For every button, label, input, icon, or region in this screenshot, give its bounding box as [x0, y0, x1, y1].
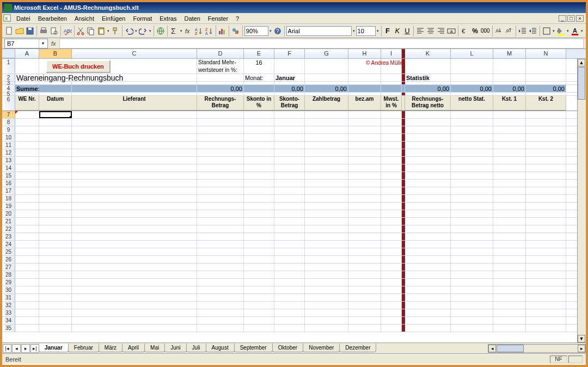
- cell[interactable]: [526, 149, 566, 156]
- cell[interactable]: [274, 271, 305, 278]
- cell[interactable]: [72, 119, 197, 126]
- cell[interactable]: [39, 203, 72, 210]
- cell[interactable]: [493, 111, 526, 118]
- cell[interactable]: [381, 325, 402, 332]
- cell[interactable]: [197, 119, 244, 126]
- cell[interactable]: [305, 195, 348, 202]
- col-header[interactable]: D: [197, 49, 244, 58]
- cell[interactable]: Statistik: [405, 74, 451, 81]
- cell[interactable]: [39, 142, 72, 149]
- cell[interactable]: [197, 195, 244, 202]
- cell[interactable]: [405, 172, 451, 179]
- cell[interactable]: [451, 187, 493, 194]
- cell[interactable]: [274, 309, 305, 316]
- cell[interactable]: [274, 241, 305, 248]
- undo-dropdown[interactable]: ▾: [134, 25, 138, 37]
- cell[interactable]: [451, 256, 493, 263]
- cell[interactable]: [244, 241, 274, 248]
- cell[interactable]: [348, 210, 381, 217]
- cell[interactable]: [244, 119, 274, 126]
- merge-center-icon[interactable]: a: [446, 25, 456, 37]
- cell[interactable]: [451, 93, 493, 95]
- cell[interactable]: [526, 256, 566, 263]
- cell[interactable]: [72, 264, 197, 271]
- cell[interactable]: [305, 225, 348, 233]
- cell[interactable]: [274, 248, 305, 255]
- cell[interactable]: [72, 233, 197, 240]
- cell[interactable]: [39, 180, 72, 187]
- cell[interactable]: [493, 218, 526, 225]
- undo-icon[interactable]: [124, 25, 134, 37]
- cell[interactable]: [274, 187, 305, 194]
- autosum-dropdown[interactable]: ▾: [180, 25, 183, 37]
- cell[interactable]: [15, 172, 39, 179]
- row-header[interactable]: 3: [2, 82, 15, 84]
- cell[interactable]: [197, 142, 244, 149]
- cell[interactable]: [197, 225, 244, 233]
- row-header[interactable]: 27: [2, 264, 15, 271]
- cell[interactable]: [15, 126, 39, 133]
- cell[interactable]: [305, 149, 348, 156]
- cell[interactable]: [405, 149, 451, 156]
- cell[interactable]: 16: [244, 59, 274, 74]
- row-header[interactable]: 13: [2, 157, 15, 164]
- cell[interactable]: [15, 195, 39, 202]
- cell[interactable]: [526, 317, 566, 324]
- cell[interactable]: [526, 294, 566, 301]
- cell[interactable]: [493, 134, 526, 141]
- align-right-icon[interactable]: [436, 25, 446, 37]
- cell[interactable]: [451, 149, 493, 156]
- cell[interactable]: [39, 119, 72, 126]
- row-header[interactable]: 32: [2, 302, 15, 309]
- cell[interactable]: [381, 164, 402, 172]
- cell[interactable]: [526, 218, 566, 225]
- cell[interactable]: [39, 241, 72, 248]
- sort-desc-icon[interactable]: ZA: [204, 25, 214, 37]
- cell[interactable]: [15, 149, 39, 156]
- row-header[interactable]: 21: [2, 218, 15, 225]
- name-box-input[interactable]: [5, 39, 39, 48]
- col-header[interactable]: M: [493, 49, 526, 58]
- cell[interactable]: [244, 218, 274, 225]
- cell[interactable]: [244, 93, 274, 95]
- cell[interactable]: [348, 157, 381, 164]
- cell[interactable]: [305, 248, 348, 255]
- cell[interactable]: [381, 271, 402, 278]
- row-header[interactable]: 12: [2, 149, 15, 156]
- cell[interactable]: [348, 74, 381, 81]
- cell[interactable]: [39, 294, 72, 301]
- cell[interactable]: [526, 248, 566, 255]
- cell[interactable]: [526, 187, 566, 194]
- cell[interactable]: [72, 74, 197, 81]
- cell[interactable]: [451, 210, 493, 217]
- cell[interactable]: [274, 82, 305, 84]
- cell[interactable]: [72, 286, 197, 293]
- name-box-dropdown[interactable]: ▾: [39, 39, 46, 48]
- menu-extras[interactable]: Extras: [156, 14, 180, 23]
- cell[interactable]: [15, 203, 39, 210]
- cell[interactable]: [15, 93, 39, 95]
- cell[interactable]: [493, 302, 526, 309]
- cell[interactable]: [526, 241, 566, 248]
- cell[interactable]: [72, 317, 197, 324]
- cell[interactable]: [451, 325, 493, 332]
- tab-first-icon[interactable]: |◂: [3, 344, 11, 353]
- cell[interactable]: [305, 309, 348, 316]
- cell[interactable]: [274, 286, 305, 293]
- menu-help[interactable]: ?: [232, 14, 242, 23]
- sheet-tab[interactable]: August: [206, 344, 235, 352]
- cell[interactable]: [72, 82, 197, 84]
- col-header[interactable]: L: [451, 49, 493, 58]
- cell[interactable]: [39, 187, 72, 194]
- cell[interactable]: [72, 180, 197, 187]
- cell[interactable]: [493, 82, 526, 84]
- currency-icon[interactable]: €: [460, 25, 470, 37]
- cell[interactable]: [15, 294, 39, 301]
- cell[interactable]: [405, 195, 451, 202]
- cell[interactable]: [15, 241, 39, 248]
- row-header[interactable]: 10: [2, 134, 15, 141]
- cell[interactable]: [72, 248, 197, 255]
- cell[interactable]: [493, 93, 526, 95]
- decrease-decimal-icon[interactable]: ,0: [504, 25, 514, 37]
- cell[interactable]: [39, 74, 72, 81]
